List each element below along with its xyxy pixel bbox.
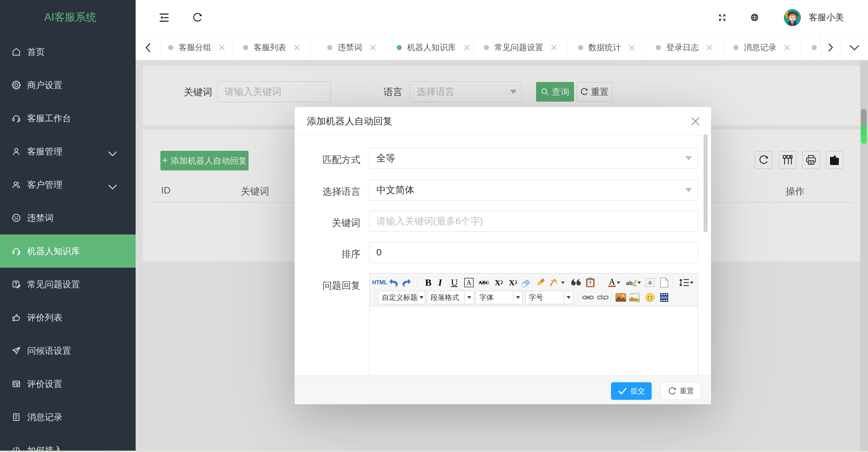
svg-text:ab: ab (626, 280, 633, 286)
svg-text:T: T (589, 281, 592, 286)
